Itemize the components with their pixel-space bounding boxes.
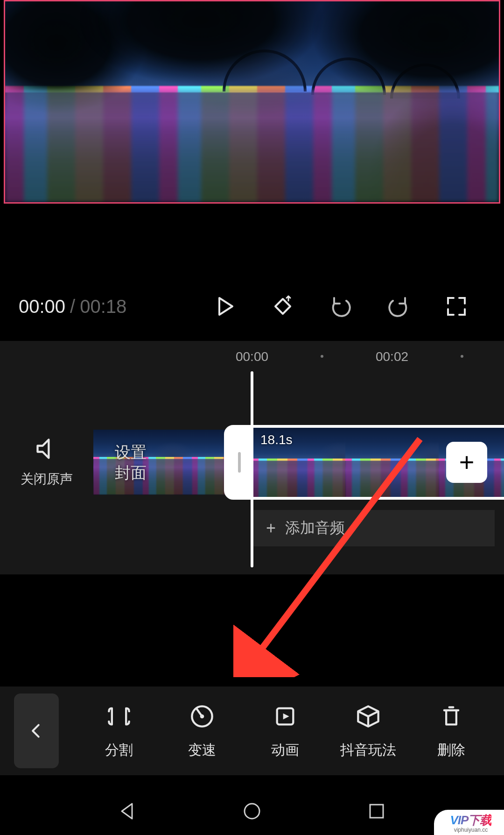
circle-home-icon [241, 800, 263, 822]
set-cover-button[interactable]: 设置封面 [93, 430, 168, 495]
add-clip-button[interactable]: + [446, 442, 487, 483]
watermark: VIP下载 viphuiyuan.cc [434, 810, 504, 835]
system-navigation-bar [0, 789, 504, 835]
tool-delete[interactable]: 删除 [416, 702, 486, 760]
animation-icon [271, 702, 299, 730]
tool-speed[interactable]: 变速 [167, 702, 237, 760]
undo-icon [329, 295, 352, 318]
tool-label: 变速 [188, 741, 216, 760]
transport-bar: 00:00 / 00:18 [0, 290, 504, 323]
ruler-dot [321, 355, 323, 358]
watermark-brand: VIP下载 [450, 812, 492, 828]
mute-original-audio-button[interactable]: 关闭原声 [0, 437, 93, 488]
system-recents-button[interactable] [365, 800, 388, 824]
system-back-button[interactable] [116, 800, 139, 824]
chevron-left-icon [28, 722, 45, 740]
tool-douyin-effects[interactable]: 抖音玩法 [333, 702, 403, 760]
plus-icon: + [266, 518, 276, 538]
playhead[interactable] [251, 371, 253, 567]
ruler-mark: 00:02 [376, 349, 408, 364]
system-home-button[interactable] [241, 800, 263, 824]
svg-point-2 [200, 714, 204, 718]
speed-gauge-icon [188, 702, 216, 730]
svg-point-4 [245, 804, 259, 819]
preview-image [5, 1, 499, 202]
tool-animation[interactable]: 动画 [250, 702, 320, 760]
fullscreen-icon [445, 295, 468, 318]
clip-strip[interactable]: 18.1s + [168, 428, 504, 497]
tool-label: 删除 [437, 741, 465, 760]
plus-icon: + [459, 449, 475, 475]
ruler-dot [461, 355, 463, 358]
keyframe-diamond-icon [272, 295, 294, 318]
tool-label: 分割 [105, 741, 133, 760]
ruler-mark: 00:00 [236, 349, 268, 364]
fullscreen-button[interactable] [440, 290, 473, 323]
timeline-ruler[interactable]: 00:00 00:02 [0, 341, 504, 369]
svg-rect-5 [370, 805, 383, 818]
cube-icon [354, 702, 382, 730]
split-icon [105, 702, 133, 730]
clip-trim-handle-left[interactable] [227, 428, 252, 497]
clip-duration-label: 18.1s [260, 432, 293, 447]
redo-button[interactable] [382, 290, 415, 323]
tool-label: 动画 [271, 741, 299, 760]
triangle-back-icon [116, 800, 139, 822]
mute-label: 关闭原声 [0, 470, 93, 488]
trash-icon [437, 702, 465, 730]
speaker-icon [35, 437, 59, 461]
square-recents-icon [365, 800, 388, 822]
time-total: 00:18 [80, 296, 126, 317]
add-audio-button[interactable]: + 添加音频 [252, 510, 495, 546]
preview-frame [4, 0, 500, 204]
tool-split[interactable]: 分割 [84, 702, 154, 760]
play-button[interactable] [208, 290, 242, 323]
redo-icon [387, 295, 410, 318]
video-preview[interactable] [0, 0, 504, 205]
tool-label: 抖音玩法 [340, 741, 396, 760]
undo-button[interactable] [324, 290, 357, 323]
cover-label: 设置封面 [115, 442, 147, 483]
edit-toolbar: 分割 变速 动画 抖音玩法 删除 [0, 686, 504, 775]
time-current: 00:00 [19, 296, 65, 317]
add-audio-label: 添加音频 [285, 518, 345, 538]
keyframe-button[interactable] [266, 290, 300, 323]
watermark-url: viphuiyuan.cc [454, 827, 488, 833]
time-separator: / [70, 296, 75, 317]
play-icon [214, 295, 236, 318]
toolbar-back-button[interactable] [14, 693, 59, 768]
